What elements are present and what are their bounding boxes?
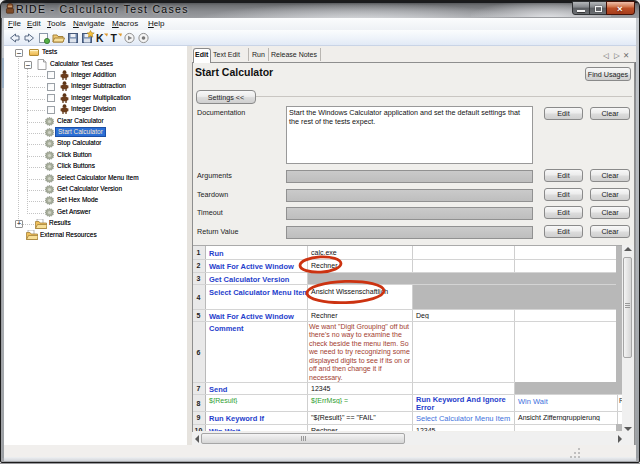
svg-text:T: T	[111, 32, 118, 44]
svg-text:K: K	[96, 32, 104, 44]
